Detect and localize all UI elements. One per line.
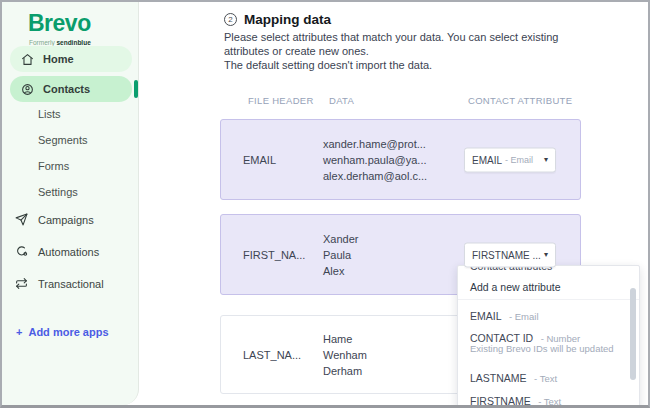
option-name: FIRSTNAME — [470, 395, 531, 407]
selected-attribute: EMAIL — [472, 154, 502, 165]
sidebar-item-label: Transactional — [38, 278, 104, 290]
sidebar-item-contacts[interactable]: Contacts — [10, 76, 132, 102]
description-line: The default setting doesn't import the d… — [224, 59, 432, 71]
home-icon — [21, 53, 34, 66]
option-name: EMAIL — [470, 310, 502, 322]
chevron-down-icon: ▾ — [544, 251, 548, 259]
sidebar-item-segments[interactable]: Segments — [38, 134, 88, 146]
column-header-contact-attribute: CONTACT ATTRIBUTE — [468, 95, 572, 106]
column-header-file-header: FILE HEADER — [248, 95, 314, 106]
add-new-attribute-option[interactable]: Add a new attribute — [470, 281, 560, 293]
sidebar-item-automations[interactable]: Automations — [15, 245, 99, 258]
sidebar-item-transactional[interactable]: Transactional — [15, 277, 104, 290]
sidebar-item-label: Contacts — [43, 83, 90, 95]
data-line: xander.hame@prot... — [323, 136, 427, 152]
selected-attribute: FIRSTNAME ... — [472, 249, 541, 260]
option-type: - Email — [509, 311, 539, 322]
dropdown-option-email[interactable]: EMAIL - Email — [470, 306, 539, 324]
data-line: Paula — [323, 247, 358, 263]
sidebar-item-label: Automations — [38, 246, 99, 258]
campaigns-icon — [15, 213, 28, 226]
data-line: Hame — [323, 331, 367, 347]
transactional-icon — [15, 277, 28, 290]
file-header-label: EMAIL — [243, 154, 276, 166]
step-header: 2 Mapping data — [224, 12, 331, 27]
file-header-label: FIRST_NA... — [243, 249, 305, 261]
attribute-select-firstname[interactable]: FIRSTNAME ... ▾ — [464, 242, 556, 267]
app-window: Brevo Formerly sendinblue Home Contacts … — [0, 0, 650, 408]
add-more-apps-button[interactable]: +Add more apps — [16, 326, 109, 338]
page-title: Mapping data — [244, 12, 331, 27]
sidebar-item-label: Campaigns — [38, 214, 94, 226]
description-line: attributes or create new ones. — [224, 45, 369, 57]
sidebar: Brevo Formerly sendinblue Home Contacts … — [2, 2, 139, 405]
brevo-logo[interactable]: Brevo — [28, 10, 91, 37]
data-preview: Xander Paula Alex — [323, 231, 358, 279]
data-line: Wenham — [323, 347, 367, 363]
dropdown-scrollbar[interactable] — [630, 288, 636, 380]
data-line: Alex — [323, 263, 358, 279]
mapping-row-email: EMAIL xander.hame@prot... wenham.paula@y… — [220, 119, 581, 200]
dropdown-option-lastname[interactable]: LASTNAME - Text — [470, 368, 557, 386]
logo-formerly-text: Formerly — [29, 39, 55, 46]
sidebar-item-label: Home — [43, 53, 74, 65]
active-nav-indicator — [134, 80, 138, 98]
sidebar-item-forms[interactable]: Forms — [38, 160, 69, 172]
logo-subtitle: Formerly sendinblue — [29, 39, 91, 46]
sidebar-item-settings[interactable]: Settings — [38, 186, 78, 198]
description-line: Please select attributes that match your… — [224, 31, 558, 43]
contacts-icon — [21, 83, 34, 96]
sidebar-item-campaigns[interactable]: Campaigns — [15, 213, 94, 226]
attribute-select-email[interactable]: EMAIL - Email ▾ — [464, 147, 556, 172]
file-header-label: LAST_NA... — [243, 349, 301, 361]
automations-icon — [15, 245, 28, 258]
option-note: Existing Brevo IDs will be updated — [470, 343, 614, 354]
option-name: LASTNAME — [470, 372, 527, 384]
option-type: - Text — [538, 396, 561, 407]
logo-sendinblue-text: sendinblue — [56, 39, 90, 46]
data-preview: xander.hame@prot... wenham.paula@ya... a… — [323, 136, 427, 184]
chevron-down-icon: ▾ — [544, 156, 548, 164]
step-2-icon: 2 — [224, 13, 237, 26]
data-line: alex.derham@aol.c... — [323, 168, 427, 184]
sidebar-item-lists[interactable]: Lists — [38, 108, 61, 120]
app-content: Brevo Formerly sendinblue Home Contacts … — [2, 2, 648, 405]
attribute-dropdown-menu: Contact attributes Add a new attribute E… — [457, 265, 640, 408]
add-more-apps-label: Add more apps — [28, 326, 108, 338]
column-header-data: DATA — [329, 95, 354, 106]
data-preview: Hame Wenham Derham — [323, 331, 367, 379]
sidebar-item-home[interactable]: Home — [10, 46, 132, 72]
data-line: Derham — [323, 363, 367, 379]
dropdown-divider — [458, 299, 639, 300]
dropdown-option-firstname[interactable]: FIRSTNAME - Text — [470, 391, 561, 408]
selected-attribute-type: - Email — [505, 155, 533, 165]
data-line: wenham.paula@ya... — [323, 152, 427, 168]
option-type: - Text — [534, 373, 557, 384]
plus-icon: + — [16, 326, 22, 338]
data-line: Xander — [323, 231, 358, 247]
